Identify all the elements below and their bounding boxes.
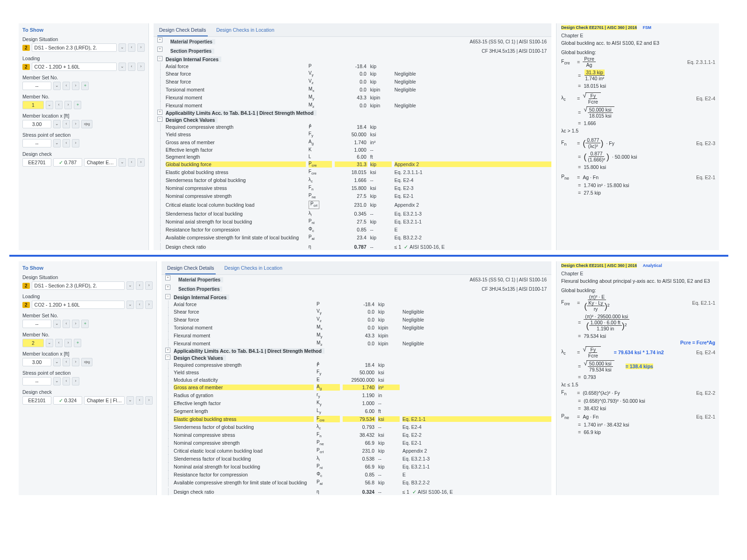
- dropdown-icon[interactable]: [127, 396, 134, 405]
- prev-icon[interactable]: [63, 139, 70, 147]
- loading-label: Loading: [22, 56, 145, 61]
- dropdown-icon[interactable]: [46, 101, 53, 109]
- value-row: Yield stressFy50.000ksi: [157, 130, 551, 138]
- dropdown-icon[interactable]: [53, 358, 61, 366]
- value-row: Flexural momentMz0.0kipinNegligible: [157, 101, 551, 109]
- prev-icon[interactable]: [128, 63, 135, 71]
- dropdown-icon[interactable]: [119, 63, 126, 71]
- dropdown-icon[interactable]: [53, 82, 61, 90]
- value-row: Required compressive strengthP̄18.4kip: [157, 123, 551, 130]
- pick-icon[interactable]: [74, 339, 81, 347]
- member-loc-field[interactable]: 3.00: [22, 120, 51, 128]
- next-icon[interactable]: [72, 139, 79, 147]
- pick-icon[interactable]: [81, 82, 89, 90]
- member-set-label: Member Set No.: [22, 75, 145, 80]
- toggle-icon[interactable]: [157, 47, 162, 52]
- prev-icon[interactable]: [136, 301, 143, 309]
- sidebar: To Show Design Situation 2 DS1 - Section…: [19, 261, 157, 495]
- prev-icon[interactable]: [55, 339, 63, 347]
- prev-icon[interactable]: [63, 358, 70, 366]
- calc-mode: FSM: [643, 25, 651, 30]
- prev-icon[interactable]: [128, 43, 135, 52]
- tab-details[interactable]: Design Check Details: [165, 263, 216, 274]
- dropdown-icon[interactable]: [53, 139, 61, 147]
- group-section-properties[interactable]: Section Properties: [170, 49, 214, 54]
- design-situation-field[interactable]: DS1 - Section 2.3 (LRFD), 2.: [32, 43, 117, 52]
- next-icon[interactable]: [145, 281, 153, 290]
- next-icon[interactable]: [72, 320, 79, 328]
- dropdown-icon[interactable]: [53, 377, 61, 385]
- dropdown-icon[interactable]: [127, 281, 134, 290]
- block-top: To Show Design Situation 2 DS1 - Section…: [19, 23, 719, 250]
- next-icon[interactable]: [72, 82, 79, 90]
- tab-details[interactable]: Design Check Details: [157, 25, 208, 36]
- toggle-icon[interactable]: [165, 348, 170, 353]
- prev-icon[interactable]: [63, 120, 70, 128]
- stress-point-field[interactable]: --: [22, 139, 51, 147]
- to-show-header: To Show: [22, 27, 145, 33]
- value-row: Flexural momentMy43.3kipin: [165, 331, 551, 339]
- group-design-check-values[interactable]: Design Check Values: [166, 117, 218, 123]
- prev-icon[interactable]: [63, 82, 70, 90]
- prev-icon[interactable]: [128, 158, 135, 167]
- eq-lambda: λc= √FyFcre = 79.634 ksi * 1.74 in2 Eq. …: [561, 345, 715, 359]
- calc-desc: Global buckling acc. to AISI S100, E2 an…: [561, 40, 715, 46]
- toggle-icon[interactable]: [157, 56, 162, 61]
- prev-icon[interactable]: [63, 377, 70, 385]
- calc-title: Design Check EE2701 | AISC 360 | 2016: [561, 25, 637, 30]
- next-icon[interactable]: [137, 158, 145, 167]
- toggle-icon[interactable]: [165, 294, 170, 299]
- group-applicability[interactable]: Applicability Limits Acc. to Tab. B4.1-1…: [166, 110, 317, 116]
- value-row: Torsional momentMx0.0kipinNegligible: [157, 85, 551, 93]
- next-icon[interactable]: [64, 101, 72, 109]
- value-row: Axial forceP-18.4kip: [157, 63, 551, 70]
- member-no-field[interactable]: 1: [22, 101, 44, 109]
- value-row: Nominal compressive strengthPne66.9kipEq…: [165, 439, 551, 447]
- section-spec: CF 3HU4.5x135 | AISI D100-17: [482, 49, 547, 54]
- group-material-properties[interactable]: Material Properties: [170, 39, 215, 44]
- to-show-header: To Show: [22, 265, 153, 271]
- pick-icon[interactable]: [81, 320, 89, 328]
- prev-icon[interactable]: [63, 320, 70, 328]
- design-check-chapter[interactable]: Chapter E…: [84, 158, 117, 167]
- value-row: Slenderness factor of global bucklingλc0…: [165, 423, 551, 431]
- dropdown-icon[interactable]: [127, 301, 134, 309]
- member-set-field[interactable]: --: [22, 82, 51, 90]
- next-icon[interactable]: [64, 339, 72, 347]
- toggle-icon[interactable]: [157, 110, 162, 115]
- dropdown-icon[interactable]: [119, 158, 126, 167]
- toggle-icon[interactable]: [165, 285, 170, 290]
- next-icon[interactable]: [137, 43, 145, 52]
- divider: [9, 255, 728, 257]
- prev-icon[interactable]: [136, 281, 143, 290]
- xxg-icon[interactable]: [81, 358, 92, 366]
- toggle-icon[interactable]: [165, 355, 170, 360]
- dropdown-icon[interactable]: [119, 43, 126, 52]
- next-icon[interactable]: [72, 377, 79, 385]
- pick-icon[interactable]: [74, 101, 81, 109]
- dropdown-icon[interactable]: [53, 320, 61, 328]
- design-check-name[interactable]: EE2701: [22, 158, 51, 167]
- xxg-icon[interactable]: [81, 120, 92, 128]
- value-row: Nominal axial strength for local bucklin…: [157, 217, 551, 225]
- next-icon[interactable]: [72, 358, 79, 366]
- toggle-icon[interactable]: [157, 37, 162, 42]
- toggle-icon[interactable]: [165, 275, 170, 280]
- group-internal-forces[interactable]: Design Internal Forces: [166, 56, 221, 62]
- prev-icon[interactable]: [55, 101, 63, 109]
- tab-in-location[interactable]: Design Checks in Location: [214, 25, 276, 36]
- next-icon[interactable]: [137, 63, 145, 71]
- annotation: Pcre = Fcre*Ag: [561, 340, 715, 345]
- value-row: Shear forceVy0.0kipNegligible: [157, 70, 551, 77]
- next-icon[interactable]: [145, 396, 153, 405]
- loading-field[interactable]: CO2 - 1.20D + 1.60L: [32, 63, 117, 71]
- value-row: Nominal compressive stressFn38.432ksiEq.…: [165, 431, 551, 439]
- tab-in-location[interactable]: Design Checks in Location: [222, 263, 284, 274]
- next-icon[interactable]: [145, 301, 153, 309]
- dropdown-icon[interactable]: [53, 120, 61, 128]
- toggle-icon[interactable]: [157, 117, 162, 122]
- dropdown-icon[interactable]: [46, 339, 53, 347]
- next-icon[interactable]: [72, 120, 79, 128]
- value-row: Effective length factorKy1.000--: [165, 399, 551, 407]
- prev-icon[interactable]: [136, 396, 143, 405]
